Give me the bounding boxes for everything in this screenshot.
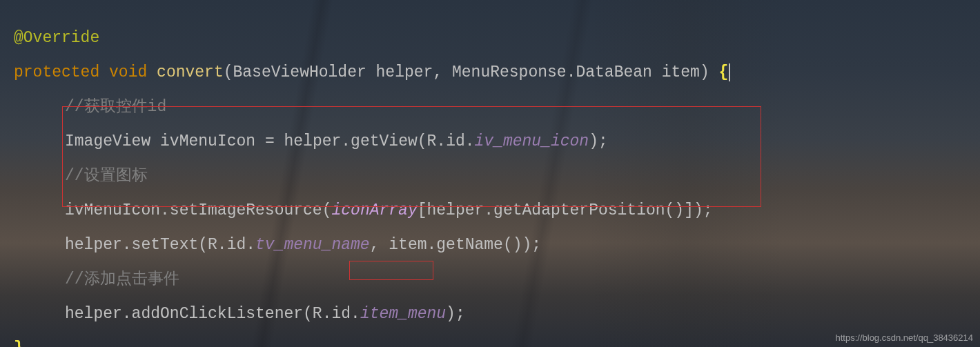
resource-ref-2: tv_menu_name [255,236,370,254]
code-line-4: ImageView ivMenuIcon = helper.getView(R.… [14,124,966,159]
comma: , [433,63,452,81]
call-settext: helper.setText(R.id. [65,236,255,254]
resource-ref-1: iv_menu_icon [475,132,589,150]
code-line-6: ivMenuIcon.setImageResource(iconArray[he… [14,193,966,228]
call-setimageresource: ivMenuIcon.setImageResource( [65,201,331,219]
comment-text: //设置图标 [65,167,148,185]
param-name-2: item [662,63,700,81]
keyword-void: void [109,63,147,81]
close-brace: } [14,339,23,347]
code-line-comment-3: //添加点击事件 [14,262,966,297]
line9-end: ); [446,305,465,323]
code-line-annotation: @Override [14,21,966,55]
text-cursor [729,63,730,81]
assign-op: = [255,132,284,150]
code-line-9: helper.addOnClickListener(R.id.item_menu… [14,297,966,331]
line4-end: ); [589,132,608,150]
call-getview: helper.getView(R.id. [284,132,475,150]
resource-ref-3: item_menu [360,305,446,323]
field-iconarray: iconArray [331,201,417,219]
type-imageview: ImageView [65,132,150,150]
call-getadapterposition: [helper.getAdapterPosition()]); [418,201,713,219]
param-name-1: helper [376,63,433,81]
code-editor[interactable]: @Override protected void convert(BaseVie… [0,0,980,347]
code-line-signature: protected void convert(BaseViewHolder he… [14,55,966,90]
paren-open: ( [224,63,233,81]
watermark-text: https://blog.csdn.net/qq_38436214 [836,333,974,343]
code-line-comment-1: //获取控件id [14,90,966,124]
paren-close: ) [700,63,719,81]
call-addonclicklistener: helper.addOnClickListener(R.id. [65,305,360,323]
var-ivmenuicon: ivMenuIcon [160,132,255,150]
param-type-1: BaseViewHolder [233,63,366,81]
keyword-protected: protected [14,63,99,81]
code-line-comment-2: //设置图标 [14,159,966,193]
param-type-2: MenuResponse.DataBean [452,63,652,81]
code-line-7: helper.setText(R.id.tv_menu_name, item.g… [14,228,966,262]
comment-text: //添加点击事件 [65,270,179,288]
code-line-close-brace: } [14,331,966,347]
call-getname: , item.getName()); [370,236,541,254]
comment-text: //获取控件id [65,98,166,116]
override-annotation: @Override [14,29,99,47]
open-brace: { [719,63,729,81]
method-name: convert [157,63,224,81]
